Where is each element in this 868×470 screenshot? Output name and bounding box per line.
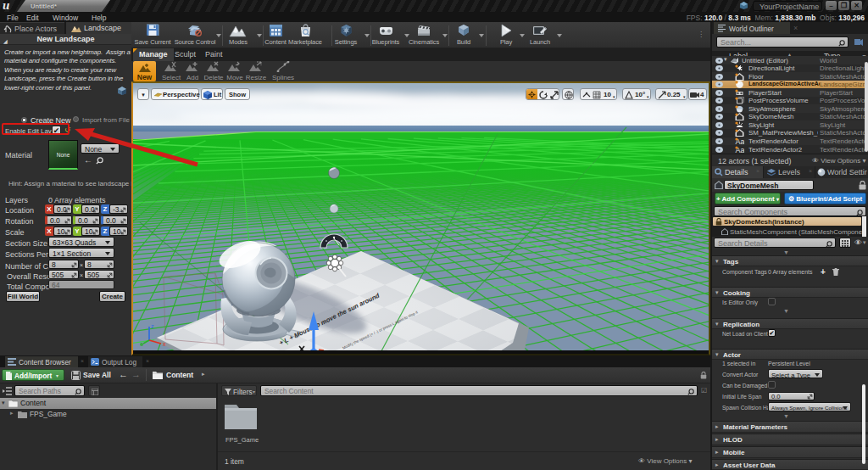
svg-text:x: x bbox=[163, 341, 166, 347]
svg-text:z: z bbox=[151, 323, 154, 329]
